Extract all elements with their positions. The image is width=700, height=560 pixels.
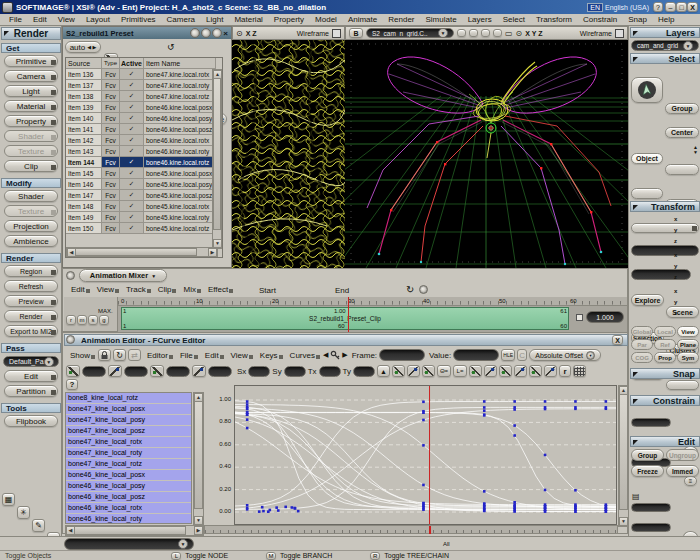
scroll-down-arrow[interactable]: ▼: [619, 517, 628, 526]
cell-active-check[interactable]: ✓: [120, 157, 144, 168]
plateau-icon-button[interactable]: [484, 365, 497, 377]
rotate-y-field[interactable]: [631, 523, 671, 532]
left-tangent-field[interactable]: [82, 366, 106, 377]
scroll-thumb[interactable]: [213, 78, 221, 230]
right-tangent-field[interactable]: [124, 366, 148, 377]
curve-list-item[interactable]: bone46_kine_local_posz: [66, 492, 191, 502]
file-menu[interactable]: File: [176, 350, 199, 361]
toolbar-button[interactable]: Property: [4, 115, 58, 127]
transform-mode-button[interactable]: Plane: [677, 339, 699, 350]
layers-header[interactable]: Layers: [630, 27, 700, 38]
menu-item[interactable]: Help: [653, 14, 679, 25]
toolbar-button[interactable]: Primitive: [4, 55, 58, 67]
cell-active-check[interactable]: ✓: [120, 135, 144, 146]
cell-source[interactable]: Item 148: [66, 201, 102, 212]
viewport-a-axes[interactable]: X Z: [246, 30, 257, 37]
fcurve-help-button[interactable]: ?: [66, 379, 78, 390]
value-field[interactable]: [453, 349, 499, 361]
curve-list-item[interactable]: bone46_kine_local_rotx: [66, 503, 191, 513]
menu-item[interactable]: Render: [383, 14, 419, 25]
column-header-name[interactable]: Item Name: [144, 58, 216, 69]
all-label[interactable]: All: [443, 541, 450, 547]
cell-source[interactable]: Item 143: [66, 146, 102, 157]
in-slope-icon-button[interactable]: [150, 365, 164, 377]
ease-icon-button[interactable]: [529, 365, 542, 377]
column-header-active[interactable]: Active: [120, 58, 144, 69]
menu-item[interactable]: Material: [229, 14, 267, 25]
maximize-viewport-icon[interactable]: [615, 29, 624, 38]
memo-cam-slot-3[interactable]: [481, 29, 490, 37]
menu-item[interactable]: Constrain: [578, 14, 622, 25]
menu-item[interactable]: Camera: [162, 14, 200, 25]
cell-type[interactable]: Fcv: [102, 146, 120, 157]
recycle-icon[interactable]: [190, 28, 200, 38]
selection-field-2[interactable]: [631, 269, 691, 280]
mixer-panel-icon[interactable]: [66, 271, 75, 280]
curve-list-item[interactable]: bone47_kine_local_rotx: [66, 437, 191, 447]
out-slope-field[interactable]: [208, 366, 232, 377]
toolbar-button[interactable]: Texture: [4, 145, 58, 157]
in-slope-field[interactable]: [166, 366, 190, 377]
toolbar-button[interactable]: Material: [4, 100, 58, 112]
restore-button[interactable]: □: [676, 2, 687, 12]
tx-field[interactable]: [319, 366, 341, 377]
cell-source[interactable]: Item 141: [66, 124, 102, 135]
titlebar-help-button[interactable]: ?: [653, 2, 663, 12]
menu-item[interactable]: Primitives: [116, 14, 161, 25]
table-row[interactable]: Item 145 Fcv ✓ bone45.kine.local.posx: [66, 168, 222, 179]
edit-button[interactable]: Freeze: [631, 465, 664, 477]
transform-mode-button[interactable]: View: [677, 326, 699, 337]
menu-item[interactable]: Simulate: [421, 14, 462, 25]
panel-close-icon[interactable]: ×: [223, 29, 228, 38]
toolbar-button[interactable]: Ambience: [4, 235, 58, 247]
table-row[interactable]: Item 142 Fcv ✓ bone46.kine.local.rotx: [66, 135, 222, 146]
column-header-type[interactable]: Type: [102, 58, 120, 69]
menu-item[interactable]: Animate: [343, 14, 382, 25]
curve-list-item[interactable]: bone46_kine_local_roty: [66, 514, 191, 524]
cell-item-name[interactable]: bone46.kine.local.posx: [144, 102, 216, 113]
track-toggle-button[interactable]: s: [88, 315, 98, 325]
cell-item-name[interactable]: bone46.kine.local.rotz: [144, 157, 216, 168]
cell-active-check[interactable]: ✓: [120, 113, 144, 124]
mixer-ruler[interactable]: 0 10 20 30 40 50 60: [118, 297, 627, 306]
cell-item-name[interactable]: bone46.kine.local.roty: [144, 146, 216, 157]
center-select-button[interactable]: Center: [665, 127, 699, 138]
curve-list-item[interactable]: bone47_kine_local_roty: [66, 448, 191, 458]
cell-type[interactable]: Fcv: [102, 157, 120, 168]
edit-button[interactable]: Ungroup: [666, 449, 699, 461]
action-clip[interactable]: 1 61 1.00 S2_rebuild1_Preset_Clip 60 1 6…: [121, 307, 569, 330]
cell-source[interactable]: Item 146: [66, 179, 102, 190]
menu-item[interactable]: Model: [310, 14, 342, 25]
blank-select-button-5[interactable]: [666, 380, 699, 390]
reload-icon[interactable]: ↺: [167, 42, 175, 52]
track-toggle-button[interactable]: g: [99, 315, 109, 325]
scroll-right-arrow[interactable]: ▶: [194, 526, 203, 535]
curve-list-item[interactable]: bone46_kine_local_posy: [66, 481, 191, 491]
memo-cam-slot-4[interactable]: [493, 29, 502, 37]
menu-item[interactable]: Edit: [28, 14, 52, 25]
toolbar-button[interactable]: Clip: [4, 160, 58, 172]
cell-active-check[interactable]: ✓: [120, 212, 144, 223]
cell-item-name[interactable]: bone45.kine.local.rotz: [144, 223, 216, 234]
cell-type[interactable]: Fcv: [102, 135, 120, 146]
table-row[interactable]: Item 137 Fcv ✓ bone47.kine.local.roty: [66, 80, 222, 91]
viewport-a-shading-dropdown[interactable]: Wireframe: [297, 30, 329, 37]
right-tangent-icon-button[interactable]: [108, 365, 122, 377]
table-row[interactable]: Item 140 Fcv ✓ bone46.kine.local.posy: [66, 113, 222, 124]
script-dropdown[interactable]: [64, 538, 194, 550]
memo-cam-slot-1[interactable]: [457, 29, 466, 37]
cell-active-check[interactable]: ✓: [120, 102, 144, 113]
curve-list-item[interactable]: bone8_kine_local_rotz: [66, 393, 191, 403]
scene-button[interactable]: Scene: [666, 306, 699, 318]
refresh-icon-button[interactable]: ↻: [113, 349, 126, 361]
curve-list-item[interactable]: bone47_kine_local_posx: [66, 404, 191, 414]
select-header[interactable]: Select: [630, 53, 700, 64]
transform-mode-button[interactable]: Par: [631, 339, 653, 350]
eye-icon[interactable]: ⊙: [236, 29, 243, 38]
keyboard-icon[interactable]: ▤: [632, 492, 640, 501]
selection-filter-button[interactable]: [631, 223, 699, 233]
toolbar-button[interactable]: Shader: [4, 130, 58, 142]
gear-tool-icon[interactable]: ✳: [17, 506, 30, 519]
next-key-icon[interactable]: ▶: [342, 351, 347, 359]
constrain-header[interactable]: Constrain: [630, 395, 700, 406]
